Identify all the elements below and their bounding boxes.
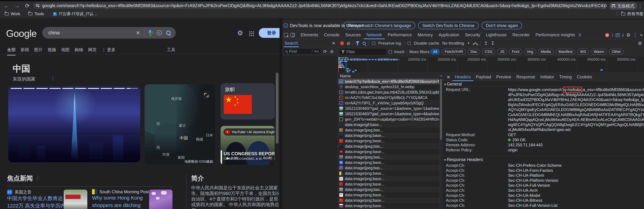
export-har-icon[interactable]: ↧ xyxy=(491,40,495,46)
preserve-log-checkbox[interactable] xyxy=(372,42,375,45)
devtools-settings-icon[interactable]: ⚙ xyxy=(626,32,630,38)
network-request-row[interactable]: 16521530460/?gad_source=1&adview_type=4&… xyxy=(338,111,439,116)
filter-chip[interactable]: WS xyxy=(577,49,589,55)
news-menu-icon[interactable]: ⋮ xyxy=(36,176,40,180)
filter-chip[interactable]: Other xyxy=(609,49,624,55)
more-filters-button[interactable]: More filters xyxy=(410,50,430,54)
filter-chip[interactable]: CSS xyxy=(482,49,495,55)
detail-tab[interactable]: Response xyxy=(514,73,538,81)
filter-chip[interactable]: JS xyxy=(497,49,507,55)
find-input[interactable]: Find .* Aa xyxy=(284,48,321,54)
result-tab[interactable]: 视频 xyxy=(48,47,56,56)
filter-chip[interactable]: Font xyxy=(509,49,522,55)
news-headline-1-line2[interactable]: 1222万 高失业率与学历内卷 xyxy=(7,202,70,209)
detail-tab[interactable]: Initiator xyxy=(538,73,557,81)
result-tab[interactable]: 网页 xyxy=(88,47,96,56)
result-tab[interactable]: 购物 xyxy=(75,47,83,56)
network-search-icon[interactable] xyxy=(362,42,366,45)
all-bookmarks-button[interactable]: 所有书签 xyxy=(621,11,644,16)
google-search-box[interactable]: china ✕ xyxy=(42,27,176,38)
network-request-row[interactable]: data:image/png;base... xyxy=(338,171,439,176)
scroll-up-icon[interactable]: ▲ xyxy=(440,74,442,77)
network-request-row[interactable]: data:image/png;base... xyxy=(338,192,439,198)
filter-chip[interactable]: Media xyxy=(538,49,554,55)
bookmark-work[interactable]: Work xyxy=(5,11,20,16)
network-request-row[interactable]: gen_204?s=web&t=cap&atyp=csi&ei=I7A9Z8S4… xyxy=(338,116,439,122)
news-headline-1-line1[interactable]: 中国大学生毕业人数将达 xyxy=(7,195,63,202)
filter-chip[interactable]: Img xyxy=(524,49,536,55)
network-request-row[interactable]: data:image/png;base... xyxy=(338,203,439,208)
import-har-icon[interactable]: ↥ xyxy=(484,40,488,46)
bookmark-tools[interactable]: Tools xyxy=(28,11,44,16)
url-text[interactable]: google.com/search?q=hello&sca_esv=4f9cd8… xyxy=(42,3,607,8)
network-request-row[interactable]: data:image/png;base... xyxy=(338,138,439,144)
map-expand-icon[interactable] xyxy=(202,91,211,100)
search-pane-close-icon[interactable]: ✕ xyxy=(332,41,336,46)
devtools-tab[interactable]: Recorder xyxy=(510,31,533,39)
filter-input[interactable]: Filter xyxy=(339,49,386,55)
back-icon[interactable] xyxy=(3,2,10,10)
lens-icon[interactable] xyxy=(157,30,162,35)
search-refresh-icon[interactable]: ⟳ xyxy=(323,49,327,54)
map-card[interactable]: 俄罗斯蒙古中国韩国日本印度泰国印度尼西亚巴布亚新几内亚坦坦 地图数据 ©2024… xyxy=(144,84,215,164)
devtools-tab[interactable]: Application xyxy=(436,31,462,39)
network-request-row[interactable]: desktop_searchbox_sprites318_hr.webp xyxy=(338,84,439,90)
news-headline-2-line2[interactable]: shoppers are ditching xyxy=(92,202,140,208)
detail-tab[interactable]: Preview xyxy=(494,73,514,81)
tools-button[interactable]: 工具 xyxy=(167,47,175,52)
clear-network-icon[interactable]: ⊘ xyxy=(346,40,350,46)
network-request-row[interactable]: search?q=hello&sca_esv=4f9cd8e0fdf28683&… xyxy=(338,79,439,84)
news-thumbnail-2[interactable] xyxy=(149,190,172,209)
network-request-row[interactable]: rs=AA2YrTtPi1_F_xVeVw_Lpywb54yclzK5gQ xyxy=(338,100,439,106)
devtools-close-icon[interactable]: × xyxy=(640,32,643,38)
network-request-row[interactable]: data:image/png;base... xyxy=(338,149,439,154)
result-tab[interactable]: 更多 xyxy=(102,47,116,56)
network-request-row[interactable]: data:image/png;base... xyxy=(338,182,439,187)
network-request-row[interactable]: data:image/jpeg;bas... xyxy=(338,165,439,171)
devtools-tab[interactable]: Performance xyxy=(385,31,415,39)
network-request-row[interactable]: data:image/png;base... xyxy=(338,133,439,138)
detail-close-icon[interactable]: ✕ xyxy=(446,74,450,80)
search-clear-icon[interactable]: ⊘ xyxy=(330,49,334,54)
disable-cache-checkbox[interactable] xyxy=(408,42,411,45)
window-divider[interactable] xyxy=(280,18,282,209)
video-card[interactable]: YouTube • Al Jazeera English CHINA'S ECO… xyxy=(220,126,274,165)
news-thumbnail-1[interactable] xyxy=(64,190,87,209)
filter-chip[interactable]: Wasm xyxy=(591,49,607,55)
network-request-row[interactable]: m=attn,cdos,gwc,hsm,jsa,mb4ZUb,cEt90b,SN… xyxy=(338,90,439,95)
record-button[interactable] xyxy=(340,42,344,45)
filter-toggle-icon[interactable] xyxy=(356,42,360,45)
voice-search-icon[interactable] xyxy=(148,30,152,36)
devtools-tab[interactable]: Elements xyxy=(298,31,321,39)
news-headline-2-line1[interactable]: Why some Hong Kong xyxy=(92,195,143,201)
address-bar[interactable]: google.com/search?q=hello&sca_esv=4f9cd8… xyxy=(33,2,607,9)
result-tab[interactable]: 全部 xyxy=(7,47,16,56)
network-settings-icon[interactable]: ⚙ xyxy=(638,41,642,46)
bookmark-site[interactable]: P IT云课-IT培训_IT认… xyxy=(53,11,98,16)
response-headers-section-header[interactable]: Response Headers xyxy=(444,157,483,162)
devtools-menu-icon[interactable]: ⋮ xyxy=(633,32,638,38)
name-column-header[interactable]: Name xyxy=(338,73,439,79)
detail-tab[interactable]: Payload xyxy=(474,73,494,81)
about-result-icon[interactable]: ⋮ xyxy=(51,76,55,81)
network-request-row[interactable]: data:image/jpeg;bas... xyxy=(338,187,439,192)
filter-chip[interactable]: Doc xyxy=(468,49,480,55)
site-settings-icon[interactable] xyxy=(36,4,40,8)
result-tab[interactable]: 地图 xyxy=(61,47,70,56)
network-conditions-icon[interactable] xyxy=(473,41,478,45)
device-toolbar-icon[interactable] xyxy=(290,33,295,37)
scrollbar-thumb[interactable] xyxy=(440,79,442,140)
devtools-tab[interactable]: Network xyxy=(364,31,385,39)
request-list-scrollbar[interactable]: ▲ xyxy=(440,73,442,209)
filter-chip[interactable]: Manifest xyxy=(556,49,576,55)
reload-icon[interactable] xyxy=(24,2,31,10)
signin-button[interactable]: 登录 xyxy=(259,28,280,38)
general-section-header[interactable]: General xyxy=(444,82,462,86)
flag-card[interactable]: 旗帜 ★★★★★ xyxy=(220,83,274,120)
browser-menu-icon[interactable]: ⋮ xyxy=(638,3,643,9)
throttling-select[interactable]: No throttling xyxy=(442,41,464,46)
devtools-tab[interactable]: Lighthouse xyxy=(483,31,510,39)
devtools-tab[interactable]: Security xyxy=(462,31,483,39)
devtools-tab[interactable]: Memory xyxy=(415,31,436,39)
bookmark-star-icon[interactable]: ☆ xyxy=(602,4,607,10)
